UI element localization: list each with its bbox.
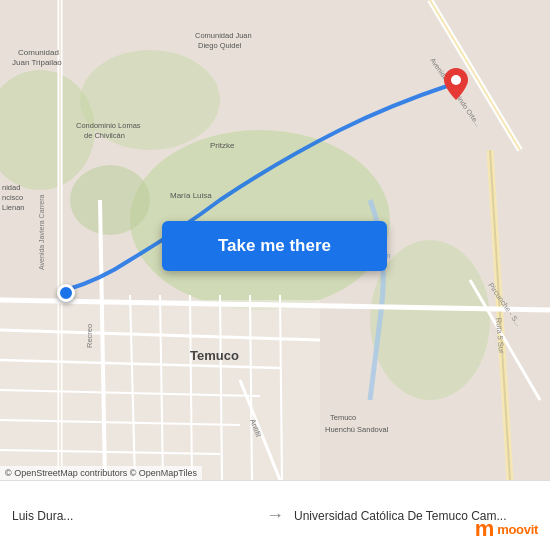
svg-point-2 [370, 240, 490, 400]
svg-text:Condominio Lomas: Condominio Lomas [76, 121, 141, 130]
origin-marker [57, 284, 75, 302]
svg-text:Comunidad: Comunidad [18, 48, 59, 57]
svg-text:Diego Quidel: Diego Quidel [198, 41, 242, 50]
map-container: Comunidad Juan Tripailao Comunidad Juan … [0, 0, 550, 480]
destination-marker [444, 68, 468, 104]
svg-point-1 [130, 130, 390, 310]
svg-point-50 [451, 75, 461, 85]
svg-text:Temuco: Temuco [330, 413, 356, 422]
moovit-logo: m moovit [475, 516, 538, 542]
svg-text:Temuco: Temuco [190, 348, 239, 363]
origin-label: Luis Dura... [12, 509, 256, 523]
svg-text:Huenchú Sandoval: Huenchú Sandoval [325, 425, 389, 434]
map-attribution: © OpenStreetMap contributors © OpenMapTi… [0, 466, 202, 480]
direction-arrow-icon: → [266, 505, 284, 526]
take-me-there-button[interactable]: Take me there [162, 221, 387, 271]
svg-text:Recreo: Recreo [85, 324, 94, 348]
svg-text:Pritzke: Pritzke [210, 141, 235, 150]
svg-text:Lienan: Lienan [2, 203, 25, 212]
svg-text:Comunidad Juan: Comunidad Juan [195, 31, 252, 40]
svg-text:Avenida Javiera Carrera: Avenida Javiera Carrera [38, 195, 45, 270]
svg-text:ncisco: ncisco [2, 193, 23, 202]
svg-text:Juan Tripailao: Juan Tripailao [12, 58, 62, 67]
moovit-m-icon: m [475, 516, 495, 542]
svg-text:de Chivilcán: de Chivilcán [84, 131, 125, 140]
svg-point-5 [70, 165, 150, 235]
svg-text:María Luisa: María Luisa [170, 191, 212, 200]
bottom-bar: Luis Dura... → Universidad Católica De T… [0, 480, 550, 550]
moovit-brand-text: moovit [497, 522, 538, 537]
svg-text:nidad: nidad [2, 183, 20, 192]
